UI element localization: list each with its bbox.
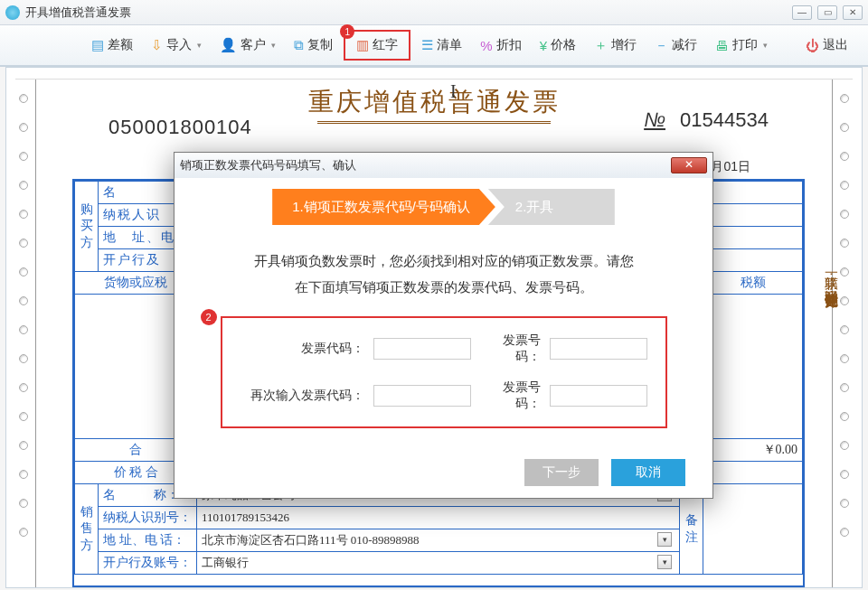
invoice-code2-input[interactable] bbox=[373, 385, 471, 407]
cancel-button[interactable]: 取消 bbox=[611, 459, 685, 486]
dialog-actions: 下一步 取消 bbox=[193, 459, 694, 486]
dialog-instruction-line1: 开具销项负数发票时，您必须找到相对应的销项正数发票。请您 bbox=[193, 248, 694, 275]
invoice-number2-label: 发票号码： bbox=[480, 379, 541, 412]
red-invoice-dialog: 销项正数发票代码号码填写、确认 ✕ 1.销项正数发票代码/号码确认 2.开具 开… bbox=[174, 152, 713, 499]
invoice-code2-label: 再次输入发票代码： bbox=[241, 388, 364, 404]
step-1-active: 1.销项正数发票代码/号码确认 bbox=[272, 189, 495, 225]
dialog-instruction-line2: 在下面填写销项正数发票的发票代码、发票号码。 bbox=[193, 275, 694, 301]
dialog-close-button[interactable]: ✕ bbox=[671, 157, 707, 173]
invoice-code-input[interactable] bbox=[373, 338, 471, 360]
annotation-badge-2: 2 bbox=[201, 309, 217, 325]
next-button[interactable]: 下一步 bbox=[524, 459, 599, 486]
dialog-steps: 1.销项正数发票代码/号码确认 2.开具 bbox=[193, 189, 694, 225]
dialog-titlebar: 销项正数发票代码号码填写、确认 ✕ bbox=[175, 153, 712, 178]
dialog-input-grid: 2 发票代码： 发票号码： 再次输入发票代码： 发票号码： bbox=[221, 316, 667, 428]
invoice-number2-input[interactable] bbox=[550, 385, 647, 407]
dialog-title-text: 销项正数发票代码号码填写、确认 bbox=[180, 157, 356, 173]
invoice-code-label: 发票代码： bbox=[241, 341, 364, 357]
invoice-number-input[interactable] bbox=[550, 338, 647, 360]
step-2-inactive: 2.开具 bbox=[488, 189, 615, 225]
dialog-instruction: 开具销项负数发票时，您必须找到相对应的销项正数发票。请您 在下面填写销项正数发票… bbox=[193, 248, 694, 300]
invoice-number-label: 发票号码： bbox=[480, 332, 541, 365]
